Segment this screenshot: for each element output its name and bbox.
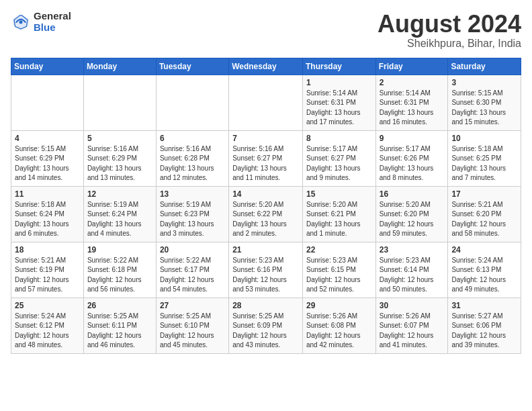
calendar-cell: 27Sunrise: 5:25 AM Sunset: 6:10 PM Dayli… [156, 298, 228, 353]
day-number: 13 [160, 189, 225, 199]
day-info: Sunrise: 5:22 AM Sunset: 6:17 PM Dayligh… [160, 256, 225, 295]
weekday-header-wednesday: Wednesday [229, 58, 303, 75]
day-number: 5 [87, 134, 152, 143]
calendar-cell: 6Sunrise: 5:16 AM Sunset: 6:28 PM Daylig… [156, 130, 228, 186]
day-number: 16 [380, 189, 445, 199]
calendar-week-row: 25Sunrise: 5:24 AM Sunset: 6:12 PM Dayli… [11, 298, 521, 353]
day-number: 3 [451, 78, 517, 87]
calendar-cell: 12Sunrise: 5:19 AM Sunset: 6:24 PM Dayli… [83, 186, 156, 242]
calendar-cell: 20Sunrise: 5:22 AM Sunset: 6:17 PM Dayli… [156, 242, 228, 298]
day-info: Sunrise: 5:19 AM Sunset: 6:24 PM Dayligh… [87, 200, 152, 239]
day-info: Sunrise: 5:23 AM Sunset: 6:15 PM Dayligh… [306, 256, 372, 295]
day-info: Sunrise: 5:17 AM Sunset: 6:27 PM Dayligh… [306, 144, 372, 183]
weekday-header-tuesday: Tuesday [156, 58, 228, 75]
day-number: 29 [306, 301, 372, 310]
day-info: Sunrise: 5:24 AM Sunset: 6:12 PM Dayligh… [15, 312, 80, 351]
day-number: 9 [380, 134, 445, 143]
day-number: 14 [232, 189, 299, 199]
day-number: 2 [380, 78, 445, 87]
day-number: 19 [87, 245, 152, 255]
weekday-header-sunday: Sunday [11, 58, 84, 75]
calendar-week-row: 18Sunrise: 5:21 AM Sunset: 6:19 PM Dayli… [11, 242, 521, 298]
weekday-header-friday: Friday [375, 58, 448, 75]
day-number: 30 [380, 301, 445, 310]
day-number: 7 [232, 134, 299, 143]
day-number: 22 [306, 245, 372, 255]
day-info: Sunrise: 5:23 AM Sunset: 6:14 PM Dayligh… [380, 256, 445, 295]
calendar-cell: 8Sunrise: 5:17 AM Sunset: 6:27 PM Daylig… [302, 130, 375, 186]
day-number: 26 [87, 301, 152, 310]
day-info: Sunrise: 5:22 AM Sunset: 6:18 PM Dayligh… [87, 256, 152, 295]
day-number: 25 [15, 301, 80, 310]
day-info: Sunrise: 5:17 AM Sunset: 6:26 PM Dayligh… [380, 144, 445, 183]
calendar-cell: 5Sunrise: 5:16 AM Sunset: 6:29 PM Daylig… [83, 130, 156, 186]
logo: General Blue [11, 11, 71, 33]
calendar-table: SundayMondayTuesdayWednesdayThursdayFrid… [11, 58, 521, 354]
page-header: General Blue August 2024 Sheikhpura, Bih… [11, 11, 521, 50]
svg-point-2 [19, 20, 23, 24]
calendar-week-row: 11Sunrise: 5:18 AM Sunset: 6:24 PM Dayli… [11, 186, 521, 242]
day-info: Sunrise: 5:25 AM Sunset: 6:11 PM Dayligh… [87, 312, 152, 351]
calendar-cell: 13Sunrise: 5:19 AM Sunset: 6:23 PM Dayli… [156, 186, 228, 242]
calendar-cell: 2Sunrise: 5:14 AM Sunset: 6:31 PM Daylig… [375, 75, 448, 130]
calendar-cell: 4Sunrise: 5:15 AM Sunset: 6:29 PM Daylig… [11, 130, 84, 186]
calendar-cell: 24Sunrise: 5:24 AM Sunset: 6:13 PM Dayli… [448, 242, 521, 298]
calendar-cell [229, 75, 303, 130]
day-number: 11 [15, 189, 80, 199]
calendar-cell [83, 75, 156, 130]
day-info: Sunrise: 5:23 AM Sunset: 6:16 PM Dayligh… [232, 256, 299, 295]
day-number: 24 [451, 245, 517, 255]
weekday-header-monday: Monday [83, 58, 156, 75]
calendar-cell: 10Sunrise: 5:18 AM Sunset: 6:25 PM Dayli… [448, 130, 521, 186]
calendar-cell: 15Sunrise: 5:20 AM Sunset: 6:21 PM Dayli… [302, 186, 375, 242]
calendar-cell: 28Sunrise: 5:25 AM Sunset: 6:09 PM Dayli… [229, 298, 303, 353]
day-info: Sunrise: 5:24 AM Sunset: 6:13 PM Dayligh… [451, 256, 517, 295]
day-info: Sunrise: 5:16 AM Sunset: 6:27 PM Dayligh… [232, 144, 299, 183]
day-number: 27 [160, 301, 225, 310]
logo-blue-text: Blue [34, 22, 71, 34]
day-info: Sunrise: 5:20 AM Sunset: 6:22 PM Dayligh… [232, 200, 299, 239]
day-info: Sunrise: 5:26 AM Sunset: 6:08 PM Dayligh… [306, 312, 372, 351]
day-number: 15 [306, 189, 372, 199]
weekday-header-row: SundayMondayTuesdayWednesdayThursdayFrid… [11, 58, 521, 75]
day-number: 4 [15, 134, 80, 143]
day-info: Sunrise: 5:21 AM Sunset: 6:19 PM Dayligh… [15, 256, 80, 295]
day-number: 8 [306, 134, 372, 143]
day-info: Sunrise: 5:27 AM Sunset: 6:06 PM Dayligh… [451, 312, 517, 351]
calendar-cell: 7Sunrise: 5:16 AM Sunset: 6:27 PM Daylig… [229, 130, 303, 186]
day-number: 6 [160, 134, 225, 143]
calendar-cell: 21Sunrise: 5:23 AM Sunset: 6:16 PM Dayli… [229, 242, 303, 298]
day-info: Sunrise: 5:16 AM Sunset: 6:28 PM Dayligh… [160, 144, 225, 183]
day-number: 23 [380, 245, 445, 255]
calendar-cell: 22Sunrise: 5:23 AM Sunset: 6:15 PM Dayli… [302, 242, 375, 298]
title-block: August 2024 Sheikhpura, Bihar, India [378, 11, 521, 50]
day-number: 18 [15, 245, 80, 255]
day-number: 28 [232, 301, 299, 310]
day-number: 17 [451, 189, 517, 199]
calendar-cell: 14Sunrise: 5:20 AM Sunset: 6:22 PM Dayli… [229, 186, 303, 242]
calendar-cell: 23Sunrise: 5:23 AM Sunset: 6:14 PM Dayli… [375, 242, 448, 298]
day-number: 31 [451, 301, 517, 310]
month-title: August 2024 [378, 11, 521, 38]
weekday-header-thursday: Thursday [302, 58, 375, 75]
calendar-cell: 17Sunrise: 5:21 AM Sunset: 6:20 PM Dayli… [448, 186, 521, 242]
calendar-cell: 11Sunrise: 5:18 AM Sunset: 6:24 PM Dayli… [11, 186, 84, 242]
calendar-cell: 29Sunrise: 5:26 AM Sunset: 6:08 PM Dayli… [302, 298, 375, 353]
day-info: Sunrise: 5:14 AM Sunset: 6:31 PM Dayligh… [306, 89, 372, 128]
day-info: Sunrise: 5:20 AM Sunset: 6:21 PM Dayligh… [306, 200, 372, 239]
logo-text: General Blue [34, 11, 71, 33]
weekday-header-saturday: Saturday [448, 58, 521, 75]
day-info: Sunrise: 5:26 AM Sunset: 6:07 PM Dayligh… [380, 312, 445, 351]
day-info: Sunrise: 5:25 AM Sunset: 6:10 PM Dayligh… [160, 312, 225, 351]
day-info: Sunrise: 5:21 AM Sunset: 6:20 PM Dayligh… [451, 200, 517, 239]
calendar-cell: 19Sunrise: 5:22 AM Sunset: 6:18 PM Dayli… [83, 242, 156, 298]
calendar-cell: 18Sunrise: 5:21 AM Sunset: 6:19 PM Dayli… [11, 242, 84, 298]
day-info: Sunrise: 5:14 AM Sunset: 6:31 PM Dayligh… [380, 89, 445, 128]
day-info: Sunrise: 5:15 AM Sunset: 6:29 PM Dayligh… [15, 144, 80, 183]
day-info: Sunrise: 5:18 AM Sunset: 6:25 PM Dayligh… [451, 144, 517, 183]
calendar-cell: 3Sunrise: 5:15 AM Sunset: 6:30 PM Daylig… [448, 75, 521, 130]
location-subtitle: Sheikhpura, Bihar, India [378, 38, 521, 50]
calendar-week-row: 4Sunrise: 5:15 AM Sunset: 6:29 PM Daylig… [11, 130, 521, 186]
day-number: 1 [306, 78, 372, 87]
calendar-cell [156, 75, 228, 130]
